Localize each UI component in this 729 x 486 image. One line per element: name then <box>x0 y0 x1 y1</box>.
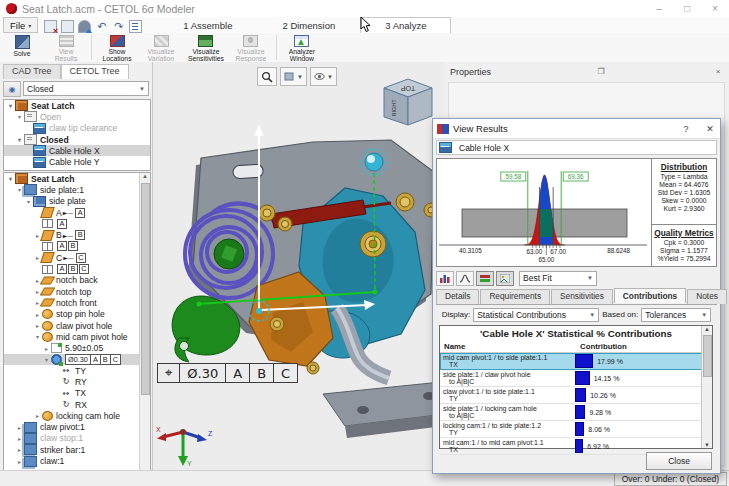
tree-expander-icon[interactable]: ▾ <box>15 113 24 120</box>
maximize-button[interactable]: □ <box>673 3 701 14</box>
scroll-up-icon[interactable]: ▲ <box>140 173 150 179</box>
scroll-up-icon[interactable]: ▲ <box>702 326 712 332</box>
tree-item-notch-back[interactable]: ▸notch back <box>4 275 140 286</box>
tree-expander-icon[interactable]: ▾ <box>15 186 24 193</box>
tree-expander-icon[interactable]: ▸ <box>33 412 42 419</box>
tree-item-striker-bar-1[interactable]: ▸striker bar:1 <box>4 444 140 455</box>
show-locations-button[interactable]: Show Locations <box>95 33 139 62</box>
tree-item-notch-front[interactable]: ▸notch front <box>4 297 140 308</box>
limits-toggle-button[interactable] <box>476 271 494 286</box>
table-scrollbar[interactable]: ▲ ▼ <box>701 326 712 448</box>
results-close-button[interactable]: Close <box>646 452 712 470</box>
tree-expander-icon[interactable]: ▾ <box>15 136 24 143</box>
measurement-field[interactable]: Cable Hole X <box>436 140 717 155</box>
state-dropdown[interactable]: Closed ▼ <box>23 81 149 96</box>
tree-item-mid-cam-pivot-hole[interactable]: ▾mid cam pivot hole <box>4 331 140 342</box>
undo-icon[interactable]: ↶ <box>95 20 108 32</box>
tree-item-ry[interactable]: ↻RY <box>4 376 140 387</box>
tree-item-seat-latch[interactable]: ▾Seat Latch <box>4 100 150 111</box>
scrollbar-thumb[interactable] <box>141 183 150 395</box>
tree-item-notch-top[interactable]: ▸notch top <box>4 286 140 297</box>
tree-item-claw-stop-1[interactable]: ▸claw stop:1 <box>4 433 140 444</box>
user-sync-icon[interactable] <box>78 20 91 32</box>
tab-cad-tree[interactable]: CAD Tree <box>3 64 61 79</box>
image-toggle-button[interactable] <box>496 271 514 286</box>
save-icon[interactable] <box>61 20 74 32</box>
visualize-sensitivities-button[interactable]: Visualize Sensitivities <box>183 33 229 62</box>
based-on-dropdown[interactable]: Tolerances ▼ <box>641 308 711 322</box>
help-button[interactable]: ? <box>676 124 696 134</box>
curve-toggle-button[interactable] <box>456 271 474 286</box>
histogram-toggle-button[interactable] <box>436 271 454 286</box>
tree-item-tx[interactable]: ↔TX <box>4 388 140 399</box>
tree-item-datum-c[interactable]: ▸C►—C <box>4 252 140 263</box>
tree-expander-icon[interactable]: ▾ <box>6 102 15 109</box>
tree-item-claw-1[interactable]: ▸claw:1 <box>4 455 140 466</box>
tree-item-a-b-c[interactable]: ABC <box>4 263 140 274</box>
tree-item--0-30-a-b-c[interactable]: ▾Ø0.30ABC <box>4 354 140 365</box>
tree-item-seat-latch[interactable]: ▾Seat Latch <box>4 173 140 184</box>
contribution-row[interactable]: mid cam pivot:1 / to side plate:1.1TX17.… <box>440 353 702 370</box>
tree-expander-icon[interactable]: ▸ <box>15 446 24 453</box>
tree-expander-icon[interactable]: ▾ <box>33 333 42 340</box>
tree-item-a[interactable]: A <box>4 218 140 229</box>
tree-expander-icon[interactable]: ▸ <box>15 435 24 442</box>
analyzer-window-button[interactable]: Analyzer Window <box>280 33 324 62</box>
solve-button[interactable]: Solve <box>0 33 44 62</box>
results-close-icon[interactable]: ✕ <box>700 124 720 134</box>
view-cube[interactable]: TOP RIGHT <box>374 72 438 130</box>
fit-dropdown[interactable]: Best Fit ▼ <box>519 271 597 286</box>
close-model-icon[interactable] <box>44 20 57 32</box>
tree-item-cable-hole-x[interactable]: Cable Hole X <box>4 145 150 156</box>
tree-expander-icon[interactable]: ▸ <box>33 322 42 329</box>
results-tab-requirements[interactable]: Requirements <box>480 289 550 304</box>
ribbon-tab-2-dimension[interactable]: 2 Dimension <box>257 17 360 33</box>
tree-expander-icon[interactable]: ▸ <box>15 458 24 465</box>
float-panel-icon[interactable]: ❐ <box>594 67 608 76</box>
ribbon-tab-1-assemble[interactable]: 1 Assemble <box>158 17 257 33</box>
tree-item-side-plate-1[interactable]: ▾side plate:1 <box>4 184 140 195</box>
display-mode-button[interactable]: ▼ <box>280 67 307 86</box>
tree-item-claw-tip-clearance[interactable]: claw tip clearance <box>4 123 150 134</box>
viewport-3d[interactable]: ▼ ▼ <box>153 62 444 470</box>
close-button[interactable]: × <box>701 3 729 14</box>
measurement-view-icon[interactable]: ◉ <box>3 81 21 97</box>
tree-item-stop-pin-hole[interactable]: ▸stop pin hole <box>4 309 140 320</box>
tree-expander-icon[interactable]: ▸ <box>42 345 51 352</box>
zoom-tool-button[interactable] <box>257 67 277 86</box>
contribution-row[interactable]: side plate:1 / claw pivot holeto A|B|C14… <box>440 370 702 387</box>
tree-item-datum-b[interactable]: ▸B►—B <box>4 229 140 240</box>
tree-item-5-90-0-05[interactable]: ▸5.90±0.05 <box>4 342 140 353</box>
tree-item-a-b[interactable]: AB <box>4 241 140 252</box>
minimize-button[interactable]: – <box>645 3 673 14</box>
scroll-down-icon[interactable]: ▼ <box>702 442 712 448</box>
tree-expander-icon[interactable]: ▾ <box>6 175 15 182</box>
results-tab-details[interactable]: Details <box>436 289 479 304</box>
gdt-feature-control-frame[interactable]: ⌖ Ø.30 A B C <box>157 363 298 383</box>
view-orientation-button[interactable]: ▼ <box>310 67 337 86</box>
tree-expander-icon[interactable]: ▾ <box>42 356 51 363</box>
tree-expander-icon[interactable]: ▾ <box>24 198 33 205</box>
results-tab-contributions[interactable]: Contributions <box>614 288 686 303</box>
tree-item-open[interactable]: ▾Open <box>4 111 150 122</box>
tree-item-rx[interactable]: ↻RX <box>4 399 140 410</box>
tree-item-cable-hole-y[interactable]: Cable Hole Y <box>4 156 150 167</box>
tree-item-datum-a[interactable]: A►—A <box>4 207 140 218</box>
results-window-titlebar[interactable]: View Results ? ✕ <box>433 119 720 139</box>
report-icon[interactable] <box>129 20 142 32</box>
tree-item-ty[interactable]: ↔TY <box>4 365 140 376</box>
tree-item-side-plate[interactable]: ▾side plate <box>4 196 140 207</box>
file-menu-button[interactable]: File ▾ <box>3 17 38 33</box>
tree-item-claw-pivot-1[interactable]: ▸claw pivot:1 <box>4 422 140 433</box>
contribution-row[interactable]: locking cam:1 / to side plate:1.2TY8.06 … <box>440 421 702 438</box>
tree-item-claw-pivot-hole[interactable]: ▸claw pivot hole <box>4 320 140 331</box>
tab-cetol-tree[interactable]: CETOL Tree <box>61 64 129 79</box>
results-tab-notes[interactable]: Notes <box>687 289 727 304</box>
tree-item-closed[interactable]: ▾Closed <box>4 134 150 145</box>
tree-expander-icon[interactable]: ▸ <box>33 311 42 318</box>
tree-expander-icon[interactable]: ▸ <box>15 424 24 431</box>
contribution-row[interactable]: side plate:1 / locking cam holeto A|B|C9… <box>440 404 702 421</box>
display-dropdown[interactable]: Statistical Contributions ▼ <box>473 308 599 322</box>
model-tree-scrollbar[interactable]: ▲ ▼ <box>139 173 150 486</box>
scrollbar-thumb[interactable] <box>703 335 712 377</box>
